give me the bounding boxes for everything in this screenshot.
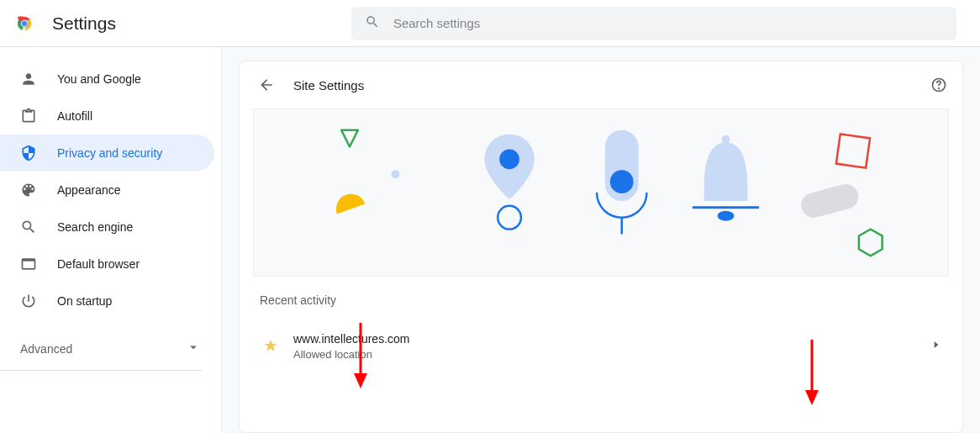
svg-point-7 [392, 170, 400, 178]
sidebar-item-privacy[interactable]: Privacy and security [0, 135, 214, 172]
search-icon [20, 219, 37, 235]
chrome-logo-icon [13, 13, 35, 34]
sidebar-item-label: Autofill [57, 109, 92, 123]
advanced-label: Advanced [20, 342, 72, 356]
help-button[interactable] [929, 75, 949, 95]
palette-icon [20, 182, 37, 198]
svg-point-8 [499, 150, 519, 170]
activity-status: Allowed location [293, 347, 930, 362]
sidebar-item-label: On startup [57, 294, 112, 308]
header: Settings [0, 0, 980, 47]
page-title: Site Settings [293, 78, 929, 92]
person-icon [20, 71, 37, 87]
svg-point-15 [718, 211, 735, 221]
sidebar-item-default-browser[interactable]: Default browser [0, 246, 214, 283]
search-bar[interactable] [351, 7, 956, 40]
recent-activity-label: Recent activity [260, 293, 942, 307]
sidebar-item-label: Privacy and security [57, 146, 162, 160]
sidebar-item-label: Appearance [57, 183, 121, 197]
sidebar-item-autofill[interactable]: Autofill [0, 98, 214, 135]
sidebar-item-on-startup[interactable]: On startup [0, 283, 214, 319]
clipboard-icon [20, 108, 37, 124]
divider [0, 370, 202, 371]
sidebar-item-you-and-google[interactable]: You and Google [0, 61, 214, 98]
sidebar-item-label: Search engine [57, 220, 133, 234]
site-settings-illustration [253, 108, 949, 277]
sidebar-item-appearance[interactable]: Appearance [0, 172, 214, 209]
sidebar-item-label: You and Google [57, 72, 141, 86]
settings-card: Site Settings [239, 61, 963, 433]
recent-activity-section: Recent activity www.intellectures.com Al… [240, 293, 962, 366]
svg-point-6 [939, 88, 940, 89]
activity-site-name: www.intellectures.com [293, 330, 930, 347]
chevron-right-icon [930, 339, 942, 354]
search-input[interactable] [393, 16, 943, 30]
svg-marker-18 [859, 230, 883, 256]
search-icon [365, 14, 393, 33]
main-content: Site Settings [222, 47, 980, 433]
svg-rect-17 [836, 134, 870, 167]
sidebar: You and Google Autofill Privacy and secu… [0, 47, 222, 433]
card-header: Site Settings [240, 61, 962, 108]
svg-point-13 [722, 135, 730, 144]
svg-point-11 [610, 170, 634, 193]
sidebar-item-label: Default browser [57, 257, 140, 271]
browser-icon [20, 256, 37, 272]
svg-point-4 [22, 21, 27, 26]
activity-text: www.intellectures.com Allowed location [293, 330, 930, 362]
svg-rect-16 [798, 182, 861, 221]
svg-point-9 [498, 206, 521, 230]
back-button[interactable] [253, 71, 280, 98]
chevron-down-icon [186, 340, 201, 358]
activity-row[interactable]: www.intellectures.com Allowed location [260, 327, 942, 366]
settings-title: Settings [52, 13, 116, 34]
power-icon [20, 293, 37, 309]
shield-icon [20, 145, 37, 161]
site-favicon-icon [263, 338, 280, 355]
sidebar-item-search-engine[interactable]: Search engine [0, 209, 214, 246]
sidebar-advanced-toggle[interactable]: Advanced [0, 330, 221, 367]
